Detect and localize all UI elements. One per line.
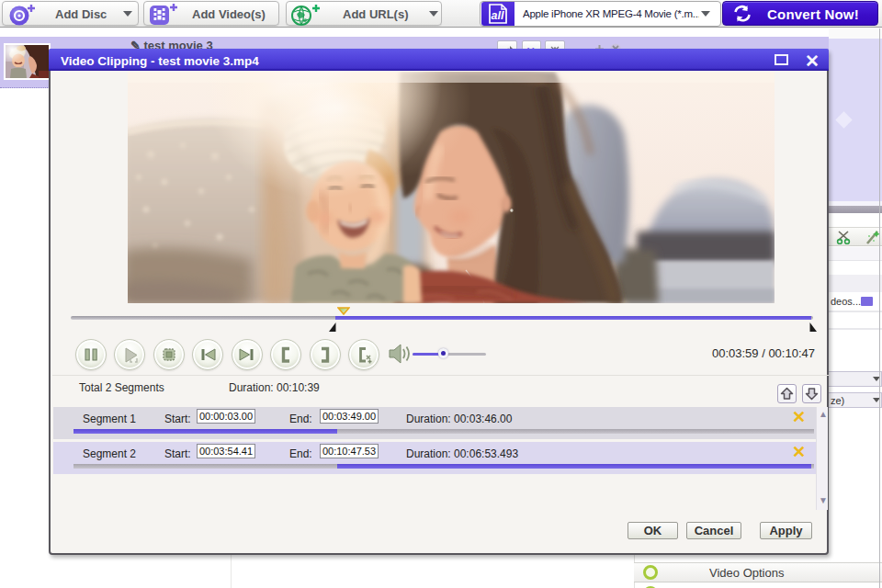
svg-text:all: all: [492, 9, 504, 22]
